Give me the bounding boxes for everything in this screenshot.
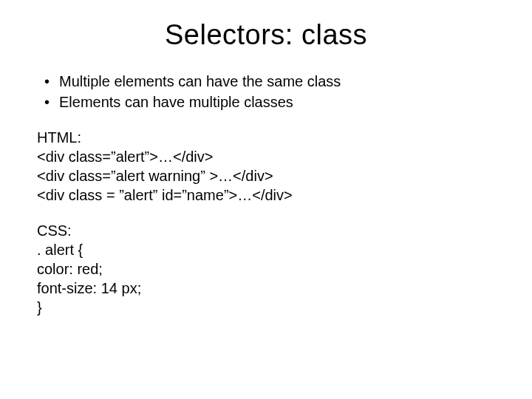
bullet-item: Elements can have multiple classes: [37, 92, 495, 112]
css-example-block: CSS: . alert { color: red; font-size: 14…: [37, 221, 495, 317]
html-heading: HTML:: [37, 128, 495, 147]
code-line: <div class=”alert warning” >…</div>: [37, 166, 495, 185]
code-line: font-size: 14 px;: [37, 279, 495, 298]
slide: Selectors: class Multiple elements can h…: [0, 0, 532, 399]
code-line: color: red;: [37, 259, 495, 279]
code-line: . alert {: [37, 240, 495, 259]
bullet-list: Multiple elements can have the same clas…: [37, 72, 495, 112]
html-example-block: HTML: <div class=”alert”>…</div> <div cl…: [37, 128, 495, 205]
code-line: <div class=”alert”>…</div>: [37, 147, 495, 166]
bullet-item: Multiple elements can have the same clas…: [37, 72, 495, 91]
code-line: }: [37, 298, 495, 317]
code-line: <div class = ”alert” id=”name”>…</div>: [37, 185, 495, 205]
css-heading: CSS:: [37, 221, 495, 240]
slide-title: Selectors: class: [37, 19, 495, 51]
